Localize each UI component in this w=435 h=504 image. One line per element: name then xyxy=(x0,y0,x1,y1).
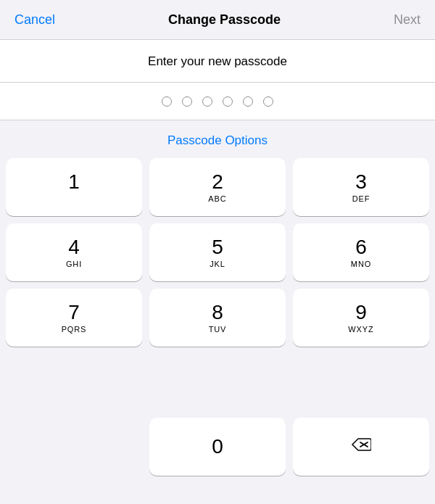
passcode-dot-6 xyxy=(263,96,273,107)
key-8-number: 8 xyxy=(212,302,223,324)
key-2-number: 2 xyxy=(212,171,223,194)
key-9[interactable]: 9 WXYZ xyxy=(293,289,429,347)
key-0-number: 0 xyxy=(212,436,223,458)
key-9-letters: WXYZ xyxy=(348,325,373,334)
cancel-button[interactable]: Cancel xyxy=(14,12,55,28)
key-6-number: 6 xyxy=(355,236,367,259)
next-button: Next xyxy=(394,12,420,28)
key-2-letters: ABC xyxy=(208,194,226,203)
options-area: Passcode Options xyxy=(0,120,435,158)
key-empty xyxy=(6,418,142,476)
prompt-area: Enter your new passcode xyxy=(0,40,435,83)
key-3-letters: DEF xyxy=(352,194,370,203)
nav-bar: Cancel Change Passcode Next xyxy=(0,0,435,40)
key-7-letters: PQRS xyxy=(62,325,87,334)
passcode-dot-5 xyxy=(243,96,253,107)
key-4[interactable]: 4 GHI xyxy=(6,223,142,281)
delete-icon xyxy=(351,437,371,456)
passcode-dot-3 xyxy=(202,96,212,107)
key-6[interactable]: 6 MNO xyxy=(293,223,429,281)
key-2[interactable]: 2 ABC xyxy=(149,158,286,216)
prompt-text: Enter your new passcode xyxy=(148,54,287,68)
passcode-dot-4 xyxy=(223,96,233,107)
key-5-number: 5 xyxy=(212,236,223,259)
keypad-bottom-row: 0 xyxy=(0,418,435,482)
key-4-letters: GHI xyxy=(66,260,82,268)
key-5-letters: JKL xyxy=(210,260,225,268)
key-1-number: 1 xyxy=(68,171,80,194)
passcode-dot-2 xyxy=(182,96,192,107)
passcode-dot-1 xyxy=(162,96,172,107)
key-1[interactable]: 1 xyxy=(6,158,142,216)
key-7[interactable]: 7 PQRS xyxy=(6,289,142,347)
passcode-options-button[interactable]: Passcode Options xyxy=(167,133,268,148)
key-1-letters xyxy=(72,194,75,203)
passcode-input-area xyxy=(0,83,435,120)
keypad: 1 2 ABC 3 DEF 4 GHI 5 JKL 6 MNO 7 PQRS 8… xyxy=(0,158,435,418)
key-9-number: 9 xyxy=(355,302,367,324)
key-8-letters: TUV xyxy=(209,325,227,334)
key-3-number: 3 xyxy=(355,171,367,194)
passcode-dots xyxy=(14,96,420,107)
key-5[interactable]: 5 JKL xyxy=(149,223,286,281)
key-8[interactable]: 8 TUV xyxy=(149,289,286,347)
key-7-number: 7 xyxy=(68,302,80,324)
key-4-number: 4 xyxy=(68,236,80,259)
key-delete[interactable] xyxy=(293,418,429,476)
key-6-letters: MNO xyxy=(351,260,371,268)
key-0[interactable]: 0 xyxy=(149,418,286,476)
nav-title: Change Passcode xyxy=(168,12,281,28)
key-3[interactable]: 3 DEF xyxy=(293,158,429,216)
